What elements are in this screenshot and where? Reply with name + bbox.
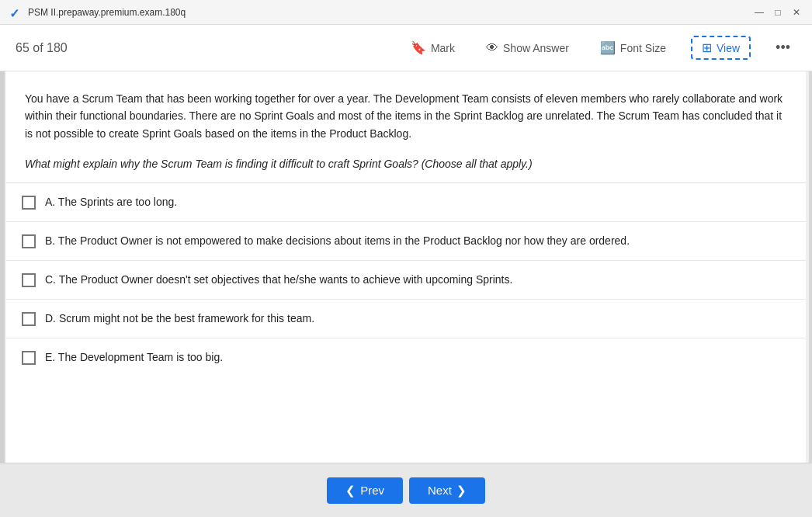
left-accent (0, 71, 5, 463)
option-item-c[interactable]: C. The Product Owner doesn't set objecti… (6, 261, 806, 300)
maximize-button[interactable]: □ (772, 6, 784, 19)
toolbar: 65 of 180 🔖 Mark 👁 Show Answer 🔤 Font Si… (0, 25, 812, 71)
prev-chevron-icon: ❮ (345, 484, 356, 498)
next-button[interactable]: Next ❯ (409, 477, 485, 504)
prev-button[interactable]: ❮ Prev (327, 477, 403, 504)
checkbox-a[interactable] (22, 196, 36, 210)
font-size-label: Font Size (620, 42, 666, 54)
font-size-button[interactable]: 🔤 Font Size (594, 37, 672, 58)
question-counter: 65 of 180 (16, 41, 68, 55)
minimize-button[interactable]: — (753, 6, 765, 19)
checkbox-b[interactable] (22, 234, 36, 248)
option-item-a[interactable]: A. The Sprints are too long. (6, 183, 806, 222)
question-body: You have a Scrum Team that has been work… (6, 71, 806, 151)
option-label-e: E. The Development Team is too big. (45, 349, 223, 366)
show-answer-button[interactable]: 👁 Show Answer (480, 38, 575, 58)
next-label: Next (428, 484, 452, 497)
mark-label: Mark (431, 42, 455, 54)
option-item-e[interactable]: E. The Development Team is too big. (6, 338, 806, 376)
view-label: View (717, 42, 740, 54)
view-icon: ⊞ (702, 40, 712, 55)
options-list: A. The Sprints are too long.B. The Produ… (6, 182, 806, 376)
option-item-d[interactable]: D. Scrum might not be the best framework… (6, 300, 806, 338)
option-item-b[interactable]: B. The Product Owner is not empowered to… (6, 222, 806, 261)
option-label-c: C. The Product Owner doesn't set objecti… (45, 272, 512, 288)
option-label-d: D. Scrum might not be the best framework… (45, 311, 314, 327)
title-bar-left: ✓ PSM II.prepaway.premium.exam.180q (9, 6, 186, 19)
mark-button[interactable]: 🔖 Mark (404, 37, 461, 58)
checkbox-c[interactable] (22, 273, 36, 287)
inner-content: You have a Scrum Team that has been work… (6, 71, 806, 463)
window-title: PSM II.prepaway.premium.exam.180q (28, 7, 186, 18)
toolbar-actions: 🔖 Mark 👁 Show Answer 🔤 Font Size ⊞ View … (404, 36, 796, 60)
question-prompt: What might explain why the Scrum Team is… (6, 151, 806, 182)
app-icon: ✓ (9, 6, 22, 19)
eye-icon: 👁 (486, 41, 498, 55)
more-options-button[interactable]: ••• (769, 36, 796, 59)
close-button[interactable]: ✕ (790, 6, 803, 19)
option-label-b: B. The Product Owner is not empowered to… (45, 233, 630, 249)
bottom-navigation: ❮ Prev Next ❯ (0, 463, 812, 517)
checkbox-e[interactable] (22, 351, 36, 365)
font-icon: 🔤 (600, 40, 616, 55)
option-label-a: A. The Sprints are too long. (45, 194, 177, 210)
right-accent (809, 71, 812, 463)
main-container: You have a Scrum Team that has been work… (0, 71, 812, 463)
view-button[interactable]: ⊞ View (691, 36, 751, 60)
title-bar: ✓ PSM II.prepaway.premium.exam.180q — □ … (0, 0, 812, 25)
question-area: You have a Scrum Team that has been work… (6, 71, 806, 463)
prev-label: Prev (360, 484, 384, 497)
next-chevron-icon: ❯ (456, 484, 467, 498)
window-controls: — □ ✕ (753, 6, 803, 19)
show-answer-label: Show Answer (503, 42, 569, 54)
checkbox-d[interactable] (22, 312, 36, 326)
bookmark-icon: 🔖 (411, 40, 426, 55)
